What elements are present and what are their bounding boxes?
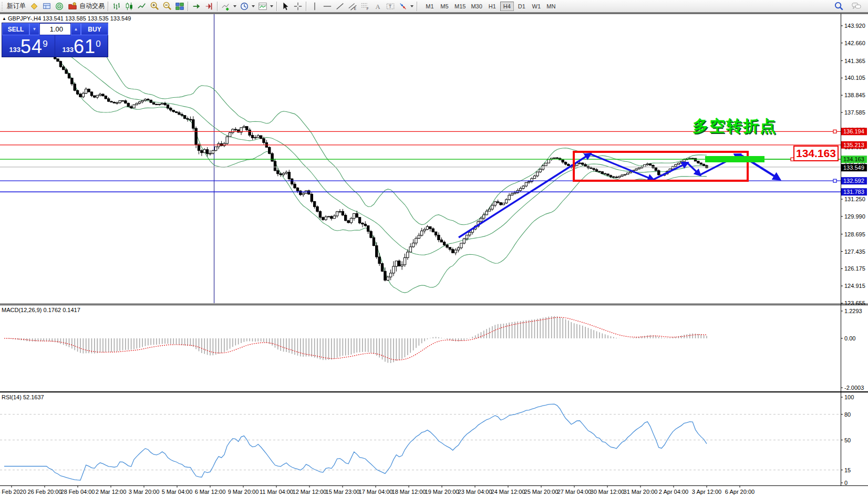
- svg-text:15 Mar 23:00: 15 Mar 23:00: [326, 489, 360, 495]
- bollinger-upper: [10, 32, 707, 225]
- macd-signal-line: [4, 317, 707, 360]
- svg-text:129.990: 129.990: [844, 213, 865, 220]
- svg-text:142.660: 142.660: [844, 40, 865, 46]
- sell-button[interactable]: SELL: [2, 23, 29, 35]
- svg-text:1.2293: 1.2293: [844, 308, 862, 314]
- svg-text:-2.0003: -2.0003: [844, 385, 864, 391]
- svg-text:136.194: 136.194: [843, 128, 864, 134]
- bollinger-bands: [10, 32, 707, 293]
- macd-axis: 1.22930.00-2.0003: [841, 308, 864, 391]
- symbol-ohlc-text: GBPJPY-,H4 133.541 133.585 133.535 133.5…: [8, 15, 131, 22]
- collapse-icon[interactable]: ▲: [2, 16, 6, 21]
- chart-canvas[interactable]: 143.920142.660141.365140.105138.845137.5…: [0, 0, 868, 497]
- one-click-trading-panel: SELL ▼ ▲ BUY 133 54 9 133 61 0: [2, 23, 108, 57]
- svg-text:0.00: 0.00: [844, 335, 855, 341]
- svg-text:100: 100: [844, 394, 854, 400]
- svg-text:27 Mar 04:00: 27 Mar 04:00: [557, 489, 592, 495]
- svg-text:128.695: 128.695: [844, 231, 865, 237]
- mt4-window: 新订单 自动交易: [0, 0, 868, 497]
- sell-price-big: 54: [20, 38, 43, 56]
- svg-text:17 Mar 04:00: 17 Mar 04:00: [359, 489, 393, 495]
- svg-text:123.655: 123.655: [844, 300, 865, 306]
- svg-text:26 Feb 20:00: 26 Feb 20:00: [28, 489, 62, 495]
- svg-text:6 Apr 20:00: 6 Apr 20:00: [725, 489, 755, 495]
- svg-text:15: 15: [844, 467, 851, 473]
- svg-text:2 Mar 12:00: 2 Mar 12:00: [96, 489, 127, 495]
- svg-text:138.845: 138.845: [844, 92, 865, 98]
- price-callout-label: 134.163: [793, 146, 839, 161]
- svg-text:131.783: 131.783: [843, 189, 864, 195]
- svg-text:30 Mar 12:00: 30 Mar 12:00: [591, 489, 625, 495]
- time-axis: 5 Feb 202026 Feb 20:0028 Feb 04:002 Mar …: [0, 485, 755, 495]
- svg-text:31 Mar 20:00: 31 Mar 20:00: [624, 489, 658, 495]
- buy-price-sup: 0: [96, 36, 100, 52]
- panel-frame: [0, 14, 868, 486]
- svg-text:137.585: 137.585: [844, 109, 865, 116]
- svg-text:135.213: 135.213: [843, 142, 864, 148]
- svg-text:132.592: 132.592: [843, 178, 864, 184]
- candles-layer: [3, 39, 708, 281]
- buy-price[interactable]: 133 61 0: [55, 35, 108, 57]
- svg-text:28 Feb 04:00: 28 Feb 04:00: [61, 489, 95, 495]
- svg-text:6 Mar 12:00: 6 Mar 12:00: [195, 489, 226, 495]
- svg-text:143.920: 143.920: [844, 23, 865, 29]
- svg-text:5 Mar 04:00: 5 Mar 04:00: [162, 489, 193, 495]
- volume-input[interactable]: [39, 23, 71, 35]
- price-badges: 136.194135.213134.163133.549132.592131.7…: [841, 128, 867, 195]
- turning-point-annotation: 多空转折点: [693, 116, 777, 137]
- svg-text:11 Mar 04:00: 11 Mar 04:00: [260, 489, 293, 495]
- svg-text:12 Mar 12:00: 12 Mar 12:00: [293, 489, 327, 495]
- svg-text:124.915: 124.915: [844, 283, 865, 289]
- zigzag-arrows: [459, 154, 779, 237]
- symbol-info[interactable]: ▲ GBPJPY-,H4 133.541 133.585 133.535 133…: [2, 15, 131, 22]
- svg-text:18 Mar 12:00: 18 Mar 12:00: [392, 489, 426, 495]
- svg-text:5 Feb 2020: 5 Feb 2020: [0, 489, 26, 495]
- svg-text:3 Mar 20:00: 3 Mar 20:00: [129, 489, 160, 495]
- svg-text:141.365: 141.365: [844, 58, 865, 64]
- svg-text:3 Apr 12:00: 3 Apr 12:00: [692, 489, 721, 495]
- svg-text:23 Mar 04:00: 23 Mar 04:00: [458, 489, 492, 495]
- macd-label: MACD(12,26,9) 0.1762 0.1417: [2, 307, 80, 313]
- sell-price-prefix: 133: [9, 44, 20, 56]
- rsi-levels: [0, 415, 841, 470]
- bollinger-lower: [10, 45, 707, 293]
- svg-text:50: 50: [844, 437, 851, 443]
- svg-text:131.250: 131.250: [844, 196, 865, 202]
- rsi-axis: 1008050150: [841, 394, 854, 486]
- buy-price-prefix: 133: [62, 44, 74, 56]
- svg-text:19 Mar 20:00: 19 Mar 20:00: [425, 489, 459, 495]
- svg-text:9 Mar 20:00: 9 Mar 20:00: [228, 489, 259, 495]
- svg-text:24 Mar 12:00: 24 Mar 12:00: [491, 489, 525, 495]
- svg-text:0: 0: [844, 480, 848, 486]
- svg-text:134.163: 134.163: [843, 156, 864, 162]
- svg-text:80: 80: [844, 411, 851, 418]
- svg-text:133.549: 133.549: [843, 164, 864, 171]
- volume-decrease-button[interactable]: ▼: [29, 23, 39, 35]
- svg-text:25 Mar 20:00: 25 Mar 20:00: [524, 489, 559, 495]
- svg-text:127.435: 127.435: [844, 248, 865, 255]
- svg-text:126.175: 126.175: [844, 265, 865, 272]
- buy-button[interactable]: BUY: [81, 23, 108, 35]
- sell-price[interactable]: 133 54 9: [2, 35, 55, 57]
- volume-increase-button[interactable]: ▲: [71, 23, 81, 35]
- svg-text:2 Apr 04:00: 2 Apr 04:00: [659, 489, 688, 495]
- buy-price-big: 61: [74, 38, 96, 56]
- key-level-green-bar: [705, 156, 764, 162]
- rsi-label: RSI(14) 52.1637: [2, 394, 44, 400]
- svg-text:140.105: 140.105: [844, 75, 865, 81]
- macd-histogram: [4, 316, 707, 363]
- rsi-line: [4, 404, 707, 480]
- sell-price-sup: 9: [43, 36, 47, 52]
